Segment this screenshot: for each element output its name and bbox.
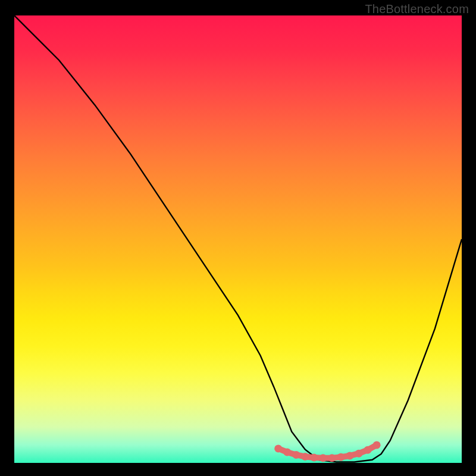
chart-frame <box>14 15 462 463</box>
gradient-background <box>14 15 462 463</box>
attribution-text: TheBottleneck.com <box>365 2 469 16</box>
